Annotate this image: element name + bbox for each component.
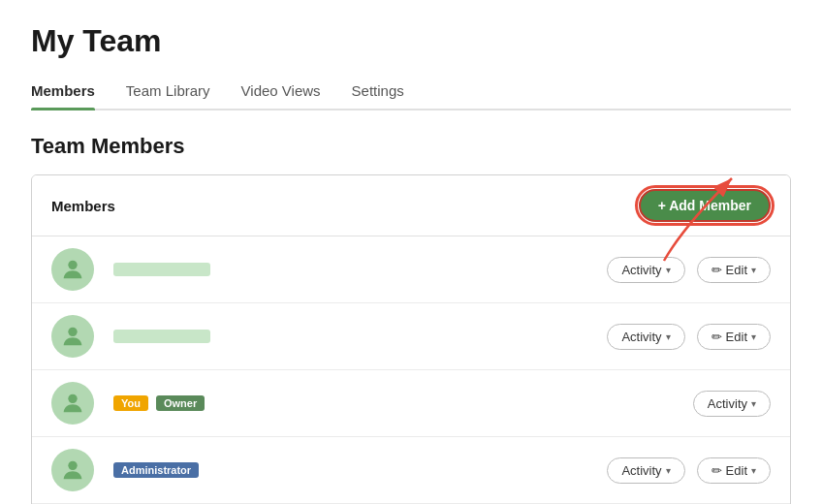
avatar (51, 382, 94, 425)
tab-settings[interactable]: Settings (352, 75, 404, 109)
chevron-down-icon: ▾ (751, 331, 756, 342)
badge-owner: Owner (156, 395, 205, 411)
member-name-placeholder (113, 330, 210, 343)
section-title: Team Members (31, 134, 791, 159)
activity-button[interactable]: Activity ▾ (607, 457, 684, 484)
member-info (113, 263, 587, 276)
tab-members[interactable]: Members (31, 75, 95, 109)
tabs-nav: Members Team Library Video Views Setting… (31, 75, 791, 110)
badge-you: You (113, 395, 148, 411)
table-row: Activity ▾ ✏ Edit ▾ (32, 303, 790, 370)
chevron-down-icon: ▾ (751, 265, 756, 275)
chevron-down-icon: ▾ (751, 398, 756, 409)
svg-point-4 (68, 461, 77, 470)
member-actions: Activity ▾ ✏ Edit ▾ (607, 257, 771, 283)
activity-button[interactable]: Activity ▾ (607, 257, 684, 283)
edit-button[interactable]: ✏ Edit ▾ (697, 457, 771, 484)
member-actions: Activity ▾ (693, 391, 771, 417)
svg-point-0 (68, 261, 77, 269)
chevron-down-icon: ▾ (666, 331, 671, 342)
page-container: My Team Members Team Library Video Views… (0, 0, 822, 504)
member-info: You Owner (113, 395, 674, 411)
member-info: Administrator (113, 462, 587, 478)
pencil-icon: ✏ (711, 463, 722, 478)
member-name-placeholder (113, 263, 210, 276)
tab-video-views[interactable]: Video Views (241, 75, 321, 109)
members-card: Members + Add Member Activity ▾ ✏ Edit ▾ (31, 174, 791, 504)
edit-button[interactable]: ✏ Edit ▾ (697, 324, 771, 350)
chevron-down-icon: ▾ (751, 465, 756, 476)
table-row: You Owner Activity ▾ (32, 370, 790, 437)
avatar (51, 315, 94, 358)
chevron-down-icon: ▾ (666, 265, 671, 275)
table-row: Activity ▾ ✏ Edit ▾ (32, 236, 790, 303)
table-row: Administrator Activity ▾ ✏ Edit ▾ (32, 437, 790, 504)
svg-point-2 (68, 328, 77, 336)
card-header: Members + Add Member (32, 175, 790, 236)
add-member-button[interactable]: + Add Member (639, 189, 771, 222)
avatar (51, 449, 94, 491)
pencil-icon: ✏ (711, 263, 722, 277)
badge-administrator: Administrator (113, 462, 199, 478)
member-actions: Activity ▾ ✏ Edit ▾ (607, 457, 771, 484)
member-info (113, 330, 587, 343)
chevron-down-icon: ▾ (666, 465, 671, 476)
page-title: My Team (31, 23, 791, 59)
activity-button[interactable]: Activity ▾ (607, 324, 684, 350)
tab-team-library[interactable]: Team Library (126, 75, 210, 109)
card-header-label: Members (51, 198, 115, 214)
svg-point-3 (68, 394, 77, 403)
edit-button[interactable]: ✏ Edit ▾ (697, 257, 771, 283)
member-actions: Activity ▾ ✏ Edit ▾ (607, 324, 771, 350)
pencil-icon: ✏ (711, 330, 722, 344)
avatar (51, 248, 94, 291)
activity-button[interactable]: Activity ▾ (693, 391, 771, 417)
